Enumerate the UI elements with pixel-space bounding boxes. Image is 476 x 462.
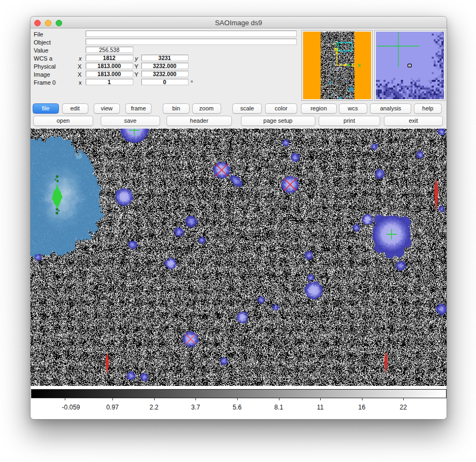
svg-text:X: X <box>358 62 361 68</box>
svg-text:N: N <box>335 46 338 51</box>
svg-text:E: E <box>352 62 355 68</box>
